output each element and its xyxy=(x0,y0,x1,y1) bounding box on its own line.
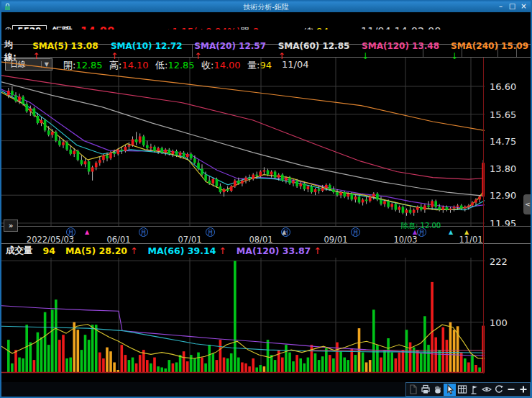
candle xyxy=(299,184,302,186)
volume-bar xyxy=(405,330,408,372)
volume-bar xyxy=(292,361,295,372)
volume-bar xyxy=(51,309,54,372)
volume-bar xyxy=(376,345,379,372)
candle xyxy=(351,194,354,199)
candle xyxy=(438,207,441,210)
volume-bar xyxy=(395,358,398,373)
zoom-out-icon xyxy=(505,384,517,395)
candle xyxy=(175,151,178,155)
volume-ma-label: MA(120) 33.87 xyxy=(237,245,311,256)
volume-bar xyxy=(248,366,251,372)
candle xyxy=(339,192,342,195)
refresh-button[interactable] xyxy=(492,384,505,396)
volume-bar xyxy=(255,368,258,373)
volume-bar xyxy=(95,325,98,372)
volume-bar xyxy=(91,325,94,372)
candle xyxy=(135,140,138,143)
pan-hand-icon xyxy=(432,384,444,395)
eye-button[interactable] xyxy=(480,384,492,396)
candle xyxy=(453,207,456,209)
candle xyxy=(62,143,65,145)
volume-ma-item: MA(120) 33.87 ↑ xyxy=(237,245,321,256)
candle xyxy=(460,206,463,209)
candle xyxy=(197,163,200,168)
candle xyxy=(84,161,87,164)
data-table-button[interactable] xyxy=(456,384,468,396)
title-bar[interactable]: 技術分析-鉅陞 – □ × xyxy=(1,1,531,12)
print-button[interactable] xyxy=(419,384,431,396)
volume-bar xyxy=(369,360,372,372)
export-icon xyxy=(408,384,419,395)
print-icon xyxy=(420,384,431,395)
candle xyxy=(318,189,321,191)
volume-chart[interactable] xyxy=(1,258,485,374)
volume-bar xyxy=(362,353,364,373)
export-button[interactable] xyxy=(407,384,419,396)
sma-label: SMA(120) 13.48 xyxy=(362,41,439,51)
volume-bar xyxy=(307,358,310,373)
app-window: 技術分析-鉅陞 – □ × ⊕ 5529 鉅陞 14.00 ▲1.15(+8.9… xyxy=(0,0,532,398)
candle xyxy=(365,199,368,201)
volume-bar xyxy=(295,355,298,372)
zoom-out-button[interactable] xyxy=(505,384,517,396)
candle xyxy=(18,96,21,101)
volume-bar xyxy=(113,363,116,373)
volume-bar xyxy=(372,309,375,372)
candle xyxy=(40,120,43,123)
minimize-button[interactable]: – xyxy=(495,1,506,11)
volume-bar xyxy=(77,330,80,372)
candle xyxy=(208,181,211,184)
volume-bar xyxy=(423,316,426,372)
candle xyxy=(244,178,247,181)
cursor-button[interactable] xyxy=(444,384,456,396)
volume-bar xyxy=(183,351,185,372)
flag-measure-button[interactable] xyxy=(468,384,480,396)
volume-bar xyxy=(413,348,416,373)
main-price-chart[interactable] xyxy=(1,58,485,226)
bottom-toolbar xyxy=(1,382,531,397)
volume-bar xyxy=(467,363,470,373)
volume-bar xyxy=(431,282,434,373)
zoom-in-button[interactable] xyxy=(517,384,529,396)
horizontal-scrollbar[interactable]: < > xyxy=(1,374,531,382)
candle xyxy=(142,137,145,145)
candle xyxy=(223,189,226,192)
ex-dividend-label: 除息: 12.00 xyxy=(401,221,441,231)
maximize-button[interactable]: □ xyxy=(507,1,518,11)
volume-bar xyxy=(270,355,273,372)
collapse-panel-tab[interactable]: < xyxy=(523,194,532,214)
volume-bar xyxy=(402,350,405,372)
pan-hand-button[interactable] xyxy=(431,384,444,396)
volume-bar xyxy=(383,350,386,372)
volume-bar xyxy=(434,338,437,373)
volume-bar xyxy=(442,327,445,373)
x-axis-strip: 月月月月月月2022/05/0306/0107/0108/0109/0110/0… xyxy=(1,226,531,243)
candle xyxy=(464,207,467,209)
volume-bar xyxy=(336,343,339,373)
candle xyxy=(95,163,98,167)
candle xyxy=(204,175,207,181)
plot-right-boundary xyxy=(483,58,484,374)
volume-bar xyxy=(285,345,288,372)
volume-bar xyxy=(186,361,189,372)
volume-bar xyxy=(314,353,317,373)
volume-value: 94 xyxy=(43,245,55,256)
close-button[interactable]: × xyxy=(518,1,529,11)
volume-bar xyxy=(190,355,193,372)
candle xyxy=(278,175,280,178)
candle xyxy=(25,104,28,112)
candle xyxy=(124,147,127,151)
candle xyxy=(91,167,94,171)
volume-bar xyxy=(329,355,331,372)
volume-bar xyxy=(390,353,393,373)
candle xyxy=(321,188,324,191)
volume-bar xyxy=(274,360,277,372)
volume-bar xyxy=(121,345,124,372)
expand-toolbar-button[interactable]: » xyxy=(4,220,18,232)
volume-bar xyxy=(398,353,401,373)
volume-bar xyxy=(18,358,21,373)
candle xyxy=(383,201,386,204)
candle xyxy=(255,175,258,176)
candle xyxy=(354,196,357,199)
candle xyxy=(121,150,124,151)
